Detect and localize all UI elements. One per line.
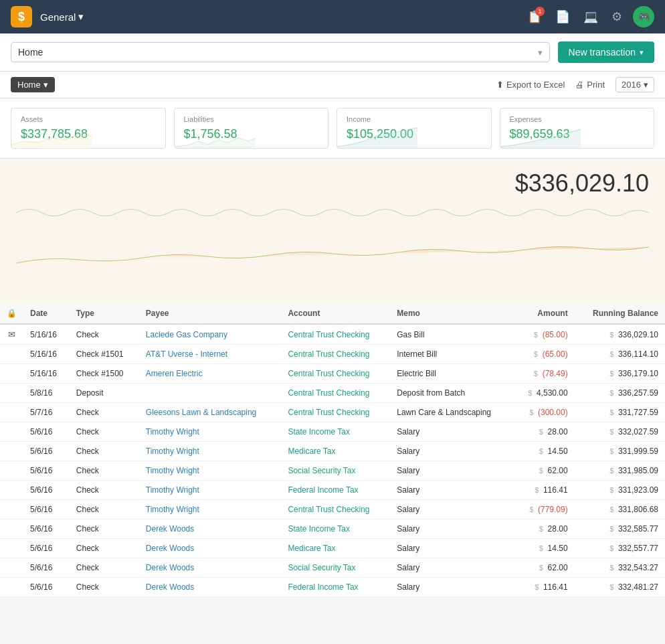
account-cell[interactable]: Federal Income Tax [281, 578, 390, 597]
account-link[interactable]: Social Security Tax [288, 466, 355, 475]
dollar-sign: $ [534, 370, 538, 378]
payee-cell[interactable]: AT&T Uverse - Internet [139, 345, 282, 364]
type-header[interactable]: Type [70, 303, 139, 324]
payee-cell[interactable]: Derek Woods [139, 578, 282, 597]
payee-cell[interactable]: Derek Woods [139, 539, 282, 558]
payee-cell[interactable]: Derek Woods [139, 558, 282, 578]
payee-cell[interactable]: Timothy Wright [139, 422, 282, 442]
date-cell: 5/16/16 [23, 364, 70, 384]
account-link[interactable]: Central Trust Checking [288, 408, 369, 417]
type-cell: Check [70, 403, 139, 422]
account-link[interactable]: Central Trust Checking [288, 369, 369, 378]
table-row[interactable]: 5/6/16 Check Timothy Wright Medicare Tax… [0, 442, 665, 461]
payee-link[interactable]: AT&T Uverse - Internet [146, 349, 227, 359]
table-row[interactable]: ✉ 5/16/16 Check Laclede Gas Company Cent… [0, 324, 665, 345]
table-row[interactable]: 5/6/16 Check Timothy Wright State Income… [0, 422, 665, 442]
payee-link[interactable]: Derek Woods [146, 563, 194, 572]
table-row[interactable]: 5/6/16 Check Timothy Wright Social Secur… [0, 461, 665, 481]
payee-cell[interactable]: Gleesons Lawn & Landscaping [139, 403, 282, 422]
account-cell[interactable]: Social Security Tax [281, 558, 390, 578]
year-dropdown[interactable]: 2016 ▾ [615, 77, 654, 92]
amount-value: 62.00 [545, 563, 567, 572]
table-row[interactable]: 5/8/16 Deposit Central Trust Checking De… [0, 384, 665, 403]
payee-cell[interactable]: Laclede Gas Company [139, 324, 282, 345]
payee-cell[interactable]: Timothy Wright [139, 500, 282, 519]
table-row[interactable]: 5/7/16 Check Gleesons Lawn & Landscaping… [0, 403, 665, 422]
account-cell[interactable]: State Income Tax [281, 519, 390, 539]
table-row[interactable]: 5/16/16 Check #1501 AT&T Uverse - Intern… [0, 345, 665, 364]
account-link[interactable]: Central Trust Checking [288, 388, 369, 398]
settings-icon[interactable]: ⚙ [609, 7, 625, 27]
account-link[interactable]: Medicare Tax [288, 447, 335, 456]
document-icon[interactable]: 📄 [553, 7, 573, 27]
new-transaction-button[interactable]: New transaction ▾ [558, 42, 654, 63]
account-cell[interactable]: Central Trust Checking [281, 403, 390, 422]
income-card: Income $105,250.00 [337, 108, 492, 149]
payee-cell[interactable]: Timothy Wright [139, 481, 282, 500]
print-button[interactable]: 🖨 Print [575, 80, 605, 90]
monitor-icon[interactable]: 💻 [581, 7, 601, 27]
payee-link[interactable]: Gleesons Lawn & Landscaping [146, 408, 256, 417]
breadcrumb-home-button[interactable]: Home ▾ [11, 77, 55, 92]
account-header[interactable]: Account [281, 303, 390, 324]
balance-dollar: $ [609, 564, 613, 572]
payee-link[interactable]: Timothy Wright [146, 466, 199, 475]
account-link[interactable]: Central Trust Checking [288, 330, 369, 339]
date-header[interactable]: Date [23, 303, 70, 324]
account-cell[interactable]: State Income Tax [281, 422, 390, 442]
payee-link[interactable]: Timothy Wright [146, 505, 199, 514]
account-link[interactable]: State Income Tax [288, 427, 350, 436]
table-row[interactable]: 5/16/16 Check #1500 Ameren Electric Cent… [0, 364, 665, 384]
table-row[interactable]: 5/6/16 Check Timothy Wright Federal Inco… [0, 481, 665, 500]
payee-link[interactable]: Ameren Electric [146, 369, 203, 378]
type-cell: Check [70, 558, 139, 578]
search-input-wrap[interactable]: ▾ [11, 42, 550, 62]
account-link[interactable]: Medicare Tax [288, 544, 335, 553]
search-input[interactable] [18, 47, 533, 58]
payee-cell[interactable]: Timothy Wright [139, 442, 282, 461]
memo-header[interactable]: Memo [390, 303, 513, 324]
amount-header[interactable]: Amount [514, 303, 575, 324]
account-cell[interactable]: Central Trust Checking [281, 324, 390, 345]
payee-link[interactable]: Derek Woods [146, 544, 194, 553]
table-row[interactable]: 5/6/16 Check Derek Woods Medicare Tax Sa… [0, 539, 665, 558]
account-link[interactable]: State Income Tax [288, 524, 350, 534]
payee-link[interactable]: Laclede Gas Company [146, 330, 227, 339]
payee-link[interactable]: Timothy Wright [146, 485, 199, 495]
account-cell[interactable]: Central Trust Checking [281, 345, 390, 364]
avatar[interactable]: 🎮 [633, 6, 654, 27]
table-row[interactable]: 5/6/16 Check Timothy Wright Central Trus… [0, 500, 665, 519]
payee-cell[interactable]: Derek Woods [139, 519, 282, 539]
account-link[interactable]: Central Trust Checking [288, 505, 369, 514]
payee-link[interactable]: Timothy Wright [146, 447, 199, 456]
account-cell[interactable]: Medicare Tax [281, 539, 390, 558]
table-row[interactable]: 5/6/16 Check Derek Woods State Income Ta… [0, 519, 665, 539]
account-link[interactable]: Federal Income Tax [288, 485, 358, 495]
table-row[interactable]: 5/6/16 Check Derek Woods Federal Income … [0, 578, 665, 597]
account-cell[interactable]: Federal Income Tax [281, 481, 390, 500]
amount-value: (65.00) [540, 349, 567, 359]
balance-dollar: $ [609, 389, 613, 397]
running-balance-header[interactable]: Running Balance [575, 303, 665, 324]
account-cell[interactable]: Medicare Tax [281, 442, 390, 461]
account-cell[interactable]: Central Trust Checking [281, 364, 390, 384]
account-link[interactable]: Social Security Tax [288, 563, 355, 572]
payee-cell[interactable]: Timothy Wright [139, 461, 282, 481]
payee-link[interactable]: Derek Woods [146, 524, 194, 534]
account-link[interactable]: Central Trust Checking [288, 349, 369, 359]
app-title[interactable]: General ▾ [40, 11, 84, 23]
payee-cell[interactable]: Ameren Electric [139, 364, 282, 384]
table-row[interactable]: 5/6/16 Check Derek Woods Social Security… [0, 558, 665, 578]
payee-header[interactable]: Payee [139, 303, 282, 324]
account-cell[interactable]: Social Security Tax [281, 461, 390, 481]
account-link[interactable]: Federal Income Tax [288, 582, 358, 592]
balance-cell: $ 331,923.09 [575, 481, 665, 500]
export-excel-button[interactable]: ⬆ Export to Excel [496, 80, 565, 90]
account-cell[interactable]: Central Trust Checking [281, 384, 390, 403]
payee-link[interactable]: Derek Woods [146, 582, 194, 592]
balance-value: 336,179.10 [616, 369, 658, 378]
payee-cell[interactable] [139, 384, 282, 403]
notifications-icon[interactable]: 📋 1 [525, 7, 545, 27]
account-cell[interactable]: Central Trust Checking [281, 500, 390, 519]
payee-link[interactable]: Timothy Wright [146, 427, 199, 436]
